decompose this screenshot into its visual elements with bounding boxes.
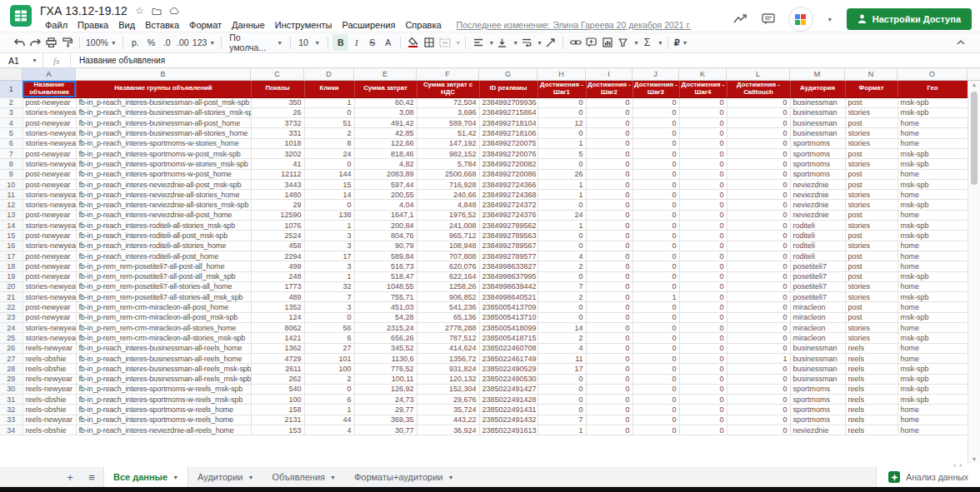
- cell-G22[interactable]: 2385005413709: [479, 302, 538, 312]
- cell-N29[interactable]: reels: [845, 374, 898, 384]
- cell-E19[interactable]: 518,47: [354, 271, 417, 281]
- cell-L28[interactable]: 0: [727, 364, 790, 374]
- cell-K7[interactable]: 0: [679, 148, 727, 158]
- cell-K8[interactable]: 0: [679, 159, 727, 169]
- cell-O21[interactable]: msk-spb: [898, 292, 968, 302]
- cell-F3[interactable]: 3,696: [417, 107, 479, 117]
- cell-I7[interactable]: 0: [586, 148, 632, 158]
- cell-F12[interactable]: 4,848: [417, 200, 479, 210]
- cell-M11[interactable]: neviezdnie: [790, 190, 845, 200]
- cell-C24[interactable]: 8062: [251, 323, 304, 333]
- cell-F30[interactable]: 152,304: [417, 384, 479, 394]
- cell-D23[interactable]: 0: [304, 312, 354, 322]
- cell-M12[interactable]: neviezdnie: [790, 200, 845, 210]
- cell-H3[interactable]: 0: [538, 107, 586, 117]
- cell-J4[interactable]: 0: [632, 118, 679, 128]
- cell-M24[interactable]: miracleon: [790, 323, 845, 333]
- cell-E14[interactable]: 200,84: [354, 221, 417, 231]
- row-header-5[interactable]: 5: [0, 128, 22, 138]
- cell-D22[interactable]: 3: [304, 302, 354, 312]
- cell-E13[interactable]: 1647,1: [354, 210, 417, 220]
- cell-C28[interactable]: 2611: [251, 364, 304, 374]
- zoom-select[interactable]: 100%▼: [84, 34, 118, 51]
- cell-M27[interactable]: businessman: [790, 353, 845, 363]
- header-cell-colN[interactable]: Формат: [845, 81, 898, 97]
- cell-N18[interactable]: post: [845, 261, 898, 271]
- cell-B11[interactable]: fb-in_p-reach_interes-neviezdnie-all-sto…: [76, 190, 251, 200]
- cell-C10[interactable]: 3443: [251, 179, 304, 189]
- row-header-25[interactable]: 25: [0, 333, 22, 343]
- cell-N32[interactable]: reels: [845, 405, 898, 415]
- cell-I19[interactable]: 0: [586, 271, 632, 281]
- cell-J5[interactable]: 0: [632, 128, 679, 138]
- sheet-tab-Все данные[interactable]: Все данные▼: [103, 467, 188, 487]
- cell-K19[interactable]: 0: [679, 271, 727, 281]
- cell-G8[interactable]: 2384992720082: [479, 159, 538, 169]
- cell-C12[interactable]: 29: [251, 200, 304, 210]
- cell-N6[interactable]: stories: [845, 138, 898, 148]
- last-edit-link[interactable]: Последнее изменение: Элина Гареева 20 де…: [457, 20, 691, 30]
- text-color-button[interactable]: A: [380, 34, 396, 51]
- cell-D17[interactable]: 17: [304, 251, 354, 261]
- header-cell-colE[interactable]: Сумма затрат: [354, 81, 417, 97]
- cell-B10[interactable]: fb-in_p-reach_interes-neviezdnie-all-pos…: [76, 179, 251, 189]
- cell-M9[interactable]: sportmoms: [790, 169, 845, 179]
- cell-N17[interactable]: post: [845, 251, 898, 261]
- cell-L20[interactable]: 0: [727, 281, 790, 291]
- header-cell-colO[interactable]: Гео: [898, 81, 968, 97]
- cell-A10[interactable]: post-newyear: [22, 179, 76, 189]
- row-header-8[interactable]: 8: [0, 159, 22, 169]
- cell-J26[interactable]: 0: [632, 343, 679, 353]
- row-header-9[interactable]: 9: [0, 169, 22, 179]
- cell-L34[interactable]: 0: [727, 425, 790, 435]
- cell-G17[interactable]: 2384992789577: [479, 251, 538, 261]
- cell-A4[interactable]: post-newyear: [22, 118, 76, 128]
- cell-D11[interactable]: 14: [304, 190, 354, 200]
- cell-A33[interactable]: reels-newyear: [22, 415, 76, 425]
- cell-N4[interactable]: post: [845, 118, 898, 128]
- cell-E23[interactable]: 54,28: [354, 312, 417, 322]
- cell-E9[interactable]: 2083,89: [354, 169, 417, 179]
- star-icon[interactable]: ☆: [135, 5, 144, 17]
- cell-O34[interactable]: home: [898, 425, 968, 435]
- cell-H19[interactable]: 0: [538, 271, 586, 281]
- cell-O16[interactable]: home: [898, 241, 968, 251]
- cell-A27[interactable]: reels-obshie: [22, 353, 76, 363]
- cell-A15[interactable]: post-newyear: [22, 231, 76, 241]
- cell-K24[interactable]: 0: [679, 323, 727, 333]
- cell-L21[interactable]: 0: [727, 292, 790, 302]
- cell-M26[interactable]: businessman: [790, 343, 845, 353]
- cell-E21[interactable]: 755,71: [354, 292, 417, 302]
- cell-B26[interactable]: fb-in_p-reach_interes-businessman-all-re…: [76, 343, 251, 353]
- cell-F13[interactable]: 1976,52: [417, 210, 479, 220]
- cell-J7[interactable]: 0: [632, 148, 679, 158]
- cell-J24[interactable]: 0: [632, 323, 679, 333]
- cell-L10[interactable]: 0: [727, 179, 790, 189]
- cell-N2[interactable]: post: [845, 97, 898, 107]
- cell-G5[interactable]: 2384992718106: [479, 128, 538, 138]
- cell-J34[interactable]: 0: [632, 425, 679, 435]
- cell-H14[interactable]: 1: [538, 221, 586, 231]
- cell-K17[interactable]: 0: [679, 251, 727, 261]
- cell-D7[interactable]: 24: [304, 148, 354, 158]
- row-header-30[interactable]: 30: [0, 384, 22, 394]
- cell-O33[interactable]: home: [898, 415, 968, 425]
- cell-A17[interactable]: post-newyear: [22, 251, 76, 261]
- print-icon[interactable]: [43, 34, 59, 51]
- header-cell-colH[interactable]: Достижения - Шаг1: [538, 81, 586, 97]
- cell-G34[interactable]: 2385022491613: [479, 425, 538, 435]
- cell-J15[interactable]: 0: [632, 231, 679, 241]
- cell-M6[interactable]: sportmoms: [790, 138, 845, 148]
- cell-F19[interactable]: 622,164: [417, 271, 479, 281]
- cell-B30[interactable]: fb-in_p-reach_interes-sportmoms-w-reels_…: [76, 384, 251, 394]
- cell-E2[interactable]: 60,42: [354, 97, 417, 107]
- cell-K30[interactable]: 0: [679, 384, 727, 394]
- cell-L32[interactable]: 0: [727, 405, 790, 415]
- row-header-22[interactable]: 22: [0, 302, 22, 312]
- cell-D33[interactable]: 44: [304, 415, 354, 425]
- cell-J3[interactable]: 0: [632, 107, 679, 117]
- cell-E26[interactable]: 345,52: [354, 343, 417, 353]
- row-header-3[interactable]: 3: [0, 107, 22, 117]
- cell-I15[interactable]: 0: [586, 231, 632, 241]
- header-cell-colK[interactable]: Достижения - Шаг4: [679, 81, 727, 97]
